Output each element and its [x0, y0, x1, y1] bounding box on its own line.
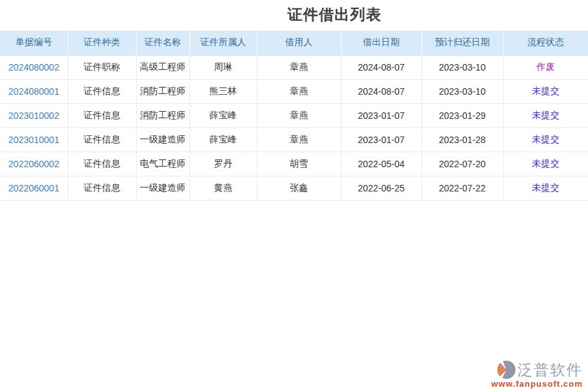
cell-certificate-name: 一级建造师 [136, 176, 189, 200]
cell-document-number: 2023010001 [0, 127, 68, 152]
column-header: 预计归还日期 [421, 31, 503, 55]
column-header: 借出日期 [341, 31, 421, 55]
cell-certificate-owner: 薛宝峰 [189, 127, 257, 152]
column-header: 流程状态 [503, 31, 588, 55]
document-number-link[interactable]: 2024080001 [8, 86, 59, 97]
cell-process-status: 未提交 [503, 176, 588, 200]
column-header: 证件所属人 [189, 31, 257, 55]
document-number-link[interactable]: 2023010002 [8, 110, 59, 121]
cell-certificate-owner: 熊三林 [189, 79, 257, 103]
cell-borrower: 章燕 [257, 79, 341, 103]
document-number-link[interactable]: 2024080002 [8, 62, 59, 73]
cell-certificate-owner: 罗丹 [189, 152, 257, 176]
cell-document-number: 2024080002 [0, 55, 68, 79]
fanpu-software-logo[interactable]: 泛普软件 www.fanpusoft.com [491, 361, 583, 389]
brand-name: 泛普软件 [517, 361, 583, 379]
cell-process-status: 未提交 [503, 127, 588, 152]
cell-process-status: 未提交 [503, 79, 588, 103]
column-header: 借用人 [257, 31, 341, 55]
cell-certificate-owner: 黄燕 [189, 176, 257, 200]
cell-certificate-owner: 周琳 [189, 55, 257, 79]
status-link[interactable]: 未提交 [532, 158, 559, 169]
cell-lend-date: 2023-01-07 [341, 103, 421, 127]
cell-certificate-name: 高级工程师 [136, 55, 189, 79]
table-row: 2022060001 证件信息 一级建造师 黄燕 张鑫 2022-06-25 2… [0, 176, 588, 200]
cell-process-status: 作废 [503, 55, 588, 79]
page-title: 证件借出列表 [81, 5, 588, 24]
cell-process-status: 未提交 [503, 152, 588, 176]
cell-borrower: 张鑫 [257, 176, 341, 200]
cell-borrower: 章燕 [257, 127, 341, 152]
cell-lend-date: 2023-01-07 [341, 127, 421, 152]
cell-lend-date: 2024-08-07 [341, 79, 421, 103]
brand-url-link[interactable]: www.fanpusoft.com [491, 379, 583, 389]
cell-expected-return-date: 2023-03-10 [421, 55, 503, 79]
table-header-row: 单据编号 证件种类 证件名称 证件所属人 借用人 借出日期 预计归还日期 流程状… [0, 31, 588, 55]
table-row: 2023010001 证件信息 一级建造师 薛宝峰 章燕 2023-01-07 … [0, 127, 588, 152]
fanpu-logo-icon [497, 361, 515, 379]
cell-certificate-name: 电气工程师 [136, 152, 189, 176]
cell-borrower: 胡雪 [257, 152, 341, 176]
table-row: 2022060002 证件信息 电气工程师 罗丹 胡雪 2022-05-04 2… [0, 152, 588, 176]
certificate-lending-table: 单据编号 证件种类 证件名称 证件所属人 借用人 借出日期 预计归还日期 流程状… [0, 31, 588, 201]
column-header: 证件名称 [136, 31, 189, 55]
status-link[interactable]: 作废 [536, 61, 555, 72]
cell-certificate-type: 证件信息 [68, 176, 136, 200]
cell-certificate-owner: 薛宝峰 [189, 103, 257, 127]
cell-process-status: 未提交 [503, 103, 588, 127]
status-link[interactable]: 未提交 [532, 110, 559, 120]
cell-certificate-type: 证件信息 [68, 79, 136, 103]
document-number-link[interactable]: 2022060001 [8, 183, 59, 193]
cell-expected-return-date: 2023-01-29 [421, 103, 503, 127]
table-body: 2024080002 证件职称 高级工程师 周琳 章燕 2024-08-07 2… [0, 55, 588, 200]
cell-certificate-name: 消防工程师 [136, 103, 189, 127]
cell-certificate-type: 证件信息 [68, 127, 136, 152]
cell-certificate-type: 证件职称 [68, 55, 136, 79]
cell-document-number: 2022060001 [0, 176, 68, 200]
column-header: 单据编号 [0, 31, 68, 55]
status-link[interactable]: 未提交 [532, 134, 559, 144]
title-bar: 证件借出列表 [0, 0, 588, 31]
table-row: 2024080002 证件职称 高级工程师 周琳 章燕 2024-08-07 2… [0, 55, 588, 79]
cell-document-number: 2024080001 [0, 79, 68, 103]
cell-certificate-name: 一级建造师 [136, 127, 189, 152]
cell-lend-date: 2024-08-07 [341, 55, 421, 79]
cell-expected-return-date: 2023-03-10 [421, 79, 503, 103]
column-header: 证件种类 [68, 31, 136, 55]
cell-document-number: 2022060002 [0, 152, 68, 176]
table-row: 2023010002 证件信息 消防工程师 薛宝峰 章燕 2023-01-07 … [0, 103, 588, 127]
cell-borrower: 章燕 [257, 55, 341, 79]
cell-lend-date: 2022-06-25 [341, 176, 421, 200]
cell-borrower: 章燕 [257, 103, 341, 127]
cell-expected-return-date: 2023-01-28 [421, 127, 503, 152]
cell-certificate-name: 消防工程师 [136, 79, 189, 103]
cell-certificate-type: 证件信息 [68, 152, 136, 176]
cell-lend-date: 2022-05-04 [341, 152, 421, 176]
document-number-link[interactable]: 2023010001 [8, 135, 59, 145]
table-row: 2024080001 证件信息 消防工程师 熊三林 章燕 2024-08-07 … [0, 79, 588, 103]
document-number-link[interactable]: 2022060002 [8, 159, 59, 169]
status-link[interactable]: 未提交 [532, 86, 559, 96]
cell-document-number: 2023010002 [0, 103, 68, 127]
cell-certificate-type: 证件信息 [68, 103, 136, 127]
cell-expected-return-date: 2022-07-22 [421, 176, 503, 200]
cell-expected-return-date: 2022-07-20 [421, 152, 503, 176]
status-link[interactable]: 未提交 [532, 182, 559, 193]
